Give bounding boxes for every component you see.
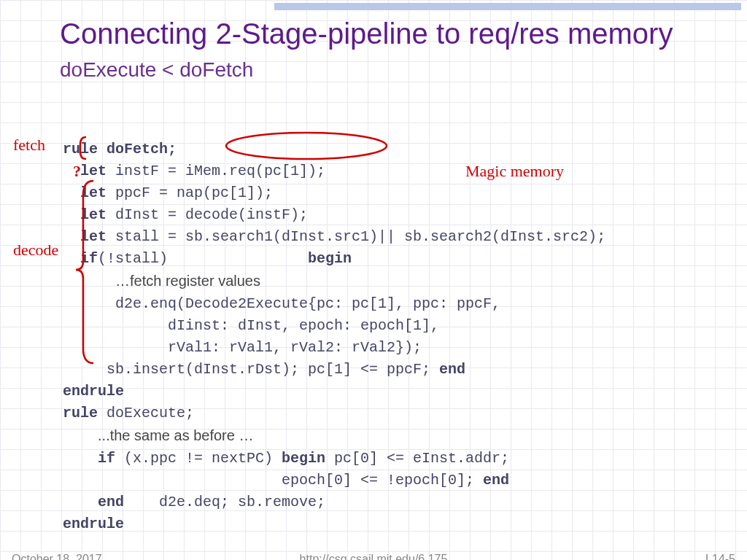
anno-fetch: fetch	[13, 136, 45, 155]
kw-rule: rule	[63, 405, 98, 421]
kw-let: let	[63, 228, 107, 245]
kw-end: end	[63, 494, 124, 510]
code-comment: …fetch register values	[115, 273, 260, 289]
kw-endrule: endrule	[63, 383, 124, 400]
kw-let: let	[63, 163, 107, 179]
kw-endrule: endrule	[63, 516, 124, 532]
code-comment: ...the same as before …	[98, 427, 253, 443]
slide-title: Connecting 2-Stage-pipeline to req/res m…	[60, 18, 747, 83]
kw-rule: rule doFetch;	[63, 141, 177, 158]
anno-decode: decode	[13, 241, 58, 260]
code-block: rule doFetch; let instF = iMem.req(pc[1]…	[63, 117, 605, 535]
title-sub: doExecute < doFetch	[60, 58, 253, 81]
top-accent-bar	[274, 3, 741, 10]
kw-let: let	[63, 206, 107, 223]
kw-end: end	[483, 472, 509, 489]
footer-url: http://csg.csail.mit.edu/6.175	[0, 553, 747, 560]
kw-end: end	[439, 361, 465, 378]
kw-begin: begin	[282, 450, 325, 467]
title-main: Connecting 2-Stage-pipeline to req/res m…	[60, 18, 673, 50]
kw-let: let	[63, 184, 107, 201]
kw-if: if	[63, 250, 98, 267]
kw-if: if	[63, 450, 115, 467]
footer-page: L14-5	[705, 553, 735, 560]
kw-begin: begin	[308, 250, 352, 267]
